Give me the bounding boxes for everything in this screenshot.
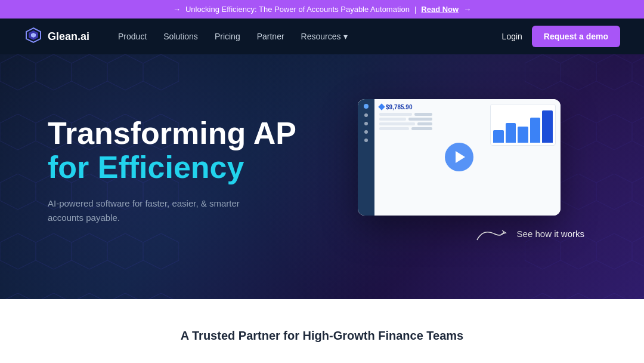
dash-value-3 (417, 122, 432, 125)
dash-chart (490, 104, 556, 146)
chart-bar-5 (542, 110, 553, 143)
partners-section: A Trusted Partner for High-Growth Financ… (0, 299, 644, 363)
banner-cta-arrow: → (463, 5, 471, 14)
play-button[interactable] (445, 143, 473, 171)
dashboard-preview-card[interactable]: $9,785.90 (358, 99, 561, 216)
nav-product[interactable]: Product (118, 32, 147, 41)
nav-resources[interactable]: Resources ▾ (301, 32, 348, 41)
nav-pricing[interactable]: Pricing (215, 32, 240, 41)
dash-label-3 (379, 122, 415, 125)
hero-subtitle: AI-powered software for faster, easier, … (48, 196, 274, 225)
dash-label-1 (379, 113, 412, 116)
nav-actions: Login Request a demo (502, 26, 620, 47)
curve-arrow-icon (474, 225, 510, 243)
dash-label-2 (379, 118, 406, 121)
hero-image: $9,785.90 (322, 99, 596, 243)
chart-bar-3 (518, 127, 528, 143)
dash-value-1 (414, 113, 432, 116)
top-banner: → Unlocking Efficiency: The Power of Acc… (0, 0, 644, 19)
dash-sidebar (358, 99, 374, 216)
request-demo-button[interactable]: Request a demo (532, 26, 620, 47)
banner-separator: | (414, 5, 416, 14)
nav-links: Product Solutions Pricing Partner Resour… (118, 32, 483, 41)
login-button[interactable]: Login (502, 32, 522, 41)
banner-left-arrow: → (173, 5, 181, 14)
play-triangle-icon (456, 151, 465, 163)
banner-text: Unlocking Efficiency: The Power of Accou… (185, 5, 410, 14)
see-how-text: See how it works (517, 229, 584, 239)
dash-value-4 (411, 127, 432, 130)
dash-value-2 (408, 118, 432, 121)
dash-nav-dot-1 (364, 113, 368, 117)
hero-title-line1: Transforming AP (48, 116, 322, 150)
dash-nav-dot-3 (364, 130, 368, 134)
dash-nav-dot-2 (364, 122, 368, 125)
hero-section: Transforming AP for Efficiency AI-powere… (0, 54, 644, 299)
partners-title: A Trusted Partner for High-Growth Financ… (48, 329, 596, 343)
hero-content: Transforming AP for Efficiency AI-powere… (48, 116, 322, 225)
nav-solutions[interactable]: Solutions (163, 32, 198, 41)
hero-title-line2: for Efficiency (48, 150, 322, 184)
nav-partner[interactable]: Partner (257, 32, 284, 41)
dash-diamond-icon (378, 103, 385, 110)
banner-cta[interactable]: Read Now (421, 5, 459, 14)
logo[interactable]: Glean.ai (24, 27, 89, 46)
dash-nav-dot-4 (364, 139, 368, 142)
dash-amount: $9,785.90 (379, 104, 413, 110)
chart-bar-1 (493, 130, 504, 143)
chart-bar-2 (506, 123, 516, 143)
logo-icon (24, 27, 43, 46)
logo-text: Glean.ai (48, 30, 89, 43)
chevron-down-icon: ▾ (343, 32, 348, 41)
dash-label-4 (379, 127, 409, 130)
dash-logo-dot (364, 104, 369, 109)
chart-bar-4 (530, 118, 541, 143)
dashboard-preview: $9,785.90 (358, 99, 561, 216)
see-how-link[interactable]: See how it works (474, 225, 584, 243)
navbar: Glean.ai Product Solutions Pricing Partn… (0, 19, 644, 54)
